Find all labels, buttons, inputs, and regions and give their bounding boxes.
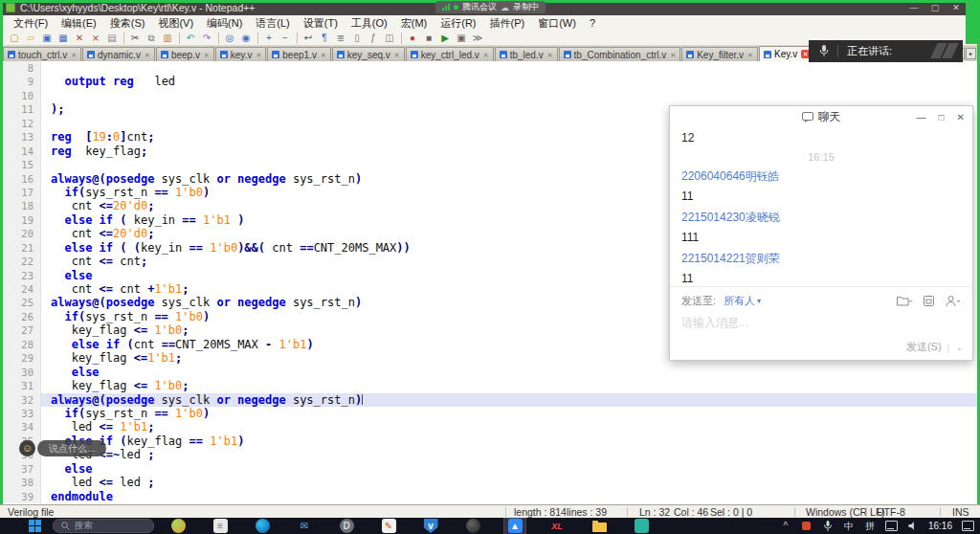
close-button[interactable]: ✕ [946, 0, 967, 15]
taskbar-app-document[interactable]: ≡ [210, 519, 231, 534]
chat-participants-icon[interactable] [946, 295, 961, 307]
toolbar-zoom-out-icon[interactable]: − [278, 32, 293, 45]
taskbar-app-wps[interactable]: ✎ [378, 519, 399, 534]
toolbar-open-file-icon[interactable]: ▱ [23, 32, 38, 45]
send-button[interactable]: 发送(S) | ⌄ [906, 340, 963, 354]
menu-item-0[interactable]: 文件(F) [7, 15, 55, 31]
toolbar-function-list-icon[interactable]: ƒ [366, 32, 381, 45]
tab-dynamic.v[interactable]: dynamic.v✕ [82, 47, 155, 61]
toolbar-close-all-icon[interactable]: ⨯ [88, 32, 103, 45]
close-tab-icon[interactable]: ✕ [670, 51, 676, 59]
close-tab-icon[interactable]: ✕ [204, 51, 210, 59]
taskbar-app-file-explorer[interactable] [589, 519, 610, 534]
chat-maximize-button[interactable]: □ [939, 112, 945, 122]
tray-ime-mode-icon[interactable]: 中 [843, 520, 855, 533]
chat-message-input[interactable]: 请输入消息... [670, 308, 972, 338]
taskbar-app-xunlei[interactable]: XL [546, 519, 568, 534]
taskbar-app-shield[interactable]: v [420, 519, 441, 534]
taskbar-app-dell[interactable]: D [336, 519, 357, 534]
tray-app-red-icon[interactable] [801, 520, 813, 533]
taskbar-app-tencent-meeting[interactable]: ▲ [504, 519, 525, 534]
toolbar-macro-record-icon[interactable]: ● [405, 32, 420, 45]
tab-beep1.v[interactable]: beep1.v✕ [267, 47, 330, 61]
minimize-button[interactable]: — [903, 0, 924, 15]
toolbar-indent-guide-icon[interactable]: ≣ [333, 32, 348, 45]
toolbar-save-icon[interactable]: ▣ [39, 32, 55, 45]
menu-item-10[interactable]: 插件(P) [483, 15, 532, 31]
send-to-selector[interactable]: 所有人 [724, 294, 755, 308]
toolbar-paste-icon[interactable]: ▥ [160, 32, 175, 45]
close-tab-icon[interactable]: ✕ [483, 51, 489, 59]
taskbar-app-mail[interactable]: ✉ [294, 519, 315, 534]
menu-item-2[interactable]: 搜索(S) [103, 15, 152, 31]
tray-microphone-icon[interactable] [822, 520, 834, 533]
tab-key.v[interactable]: key.v✕ [215, 47, 266, 61]
toolbar-cut-icon[interactable]: ✂ [127, 32, 143, 45]
code-line[interactable]: 36 led <=~led ; [3, 448, 980, 461]
menu-item-8[interactable]: 宏(M) [394, 15, 434, 31]
maximize-button[interactable]: ▢ [924, 0, 946, 15]
toolbar-macro-run-multi-icon[interactable]: ≫ [470, 32, 485, 45]
menu-item-7[interactable]: 工具(O) [345, 15, 394, 31]
toolbar-word-wrap-icon[interactable]: ↩ [301, 32, 316, 45]
toolbar-show-all-chars-icon[interactable]: ¶ [317, 32, 332, 45]
clock[interactable]: 16:16 [928, 521, 952, 531]
menu-item-5[interactable]: 语言(L) [249, 15, 296, 31]
code-line[interactable]: 30 else [3, 366, 980, 379]
taskbar-app-grid[interactable] [631, 519, 652, 534]
toolbar-undo-icon[interactable]: ↶ [183, 32, 198, 45]
start-button[interactable] [29, 520, 41, 532]
tab-key_seq.v[interactable]: key_seq.v✕ [332, 47, 405, 61]
notification-center-icon[interactable] [962, 520, 974, 533]
emoji-icon[interactable]: ☺ [19, 440, 35, 456]
toolbar-zoom-in-icon[interactable]: + [261, 32, 277, 45]
chat-screenshot-icon[interactable] [923, 295, 935, 307]
toolbar-new-file-icon[interactable]: ▢ [7, 32, 22, 45]
taskbar-app-edge-browser[interactable] [252, 519, 273, 534]
toolbar-monitor-icon[interactable]: ◫ [382, 32, 397, 45]
chat-message-list[interactable]: 1216:152206040646明钰皓112215014230凌晓锐11122… [670, 128, 972, 286]
tab-scroll-right[interactable]: ▸ [966, 48, 976, 59]
code-line[interactable]: 35 else if (key_flag == 1'b1) [3, 434, 980, 448]
code-line[interactable]: 31 key_flag <= 1'b0; [3, 379, 980, 392]
toolbar-doc-map-icon[interactable]: ▯ [349, 32, 365, 45]
tab-tb_led.v[interactable]: tb_led.v✕ [495, 47, 558, 61]
close-tab-icon[interactable]: ✕ [394, 51, 400, 59]
menu-item-12[interactable]: ? [583, 15, 602, 31]
toolbar-copy-icon[interactable]: ⧉ [144, 32, 159, 45]
tab-key_ctrl_led.v[interactable]: key_ctrl_led.v✕ [406, 47, 494, 61]
close-tab-icon[interactable]: ✕ [321, 51, 326, 59]
menu-item-4[interactable]: 编码(N) [200, 15, 249, 31]
taskbar-app-swirl[interactable] [167, 519, 189, 534]
tab-touch_ctrl.v[interactable]: touch_ctrl.v✕ [3, 47, 81, 61]
code-line[interactable]: 10 [3, 89, 980, 102]
toolbar-print-icon[interactable]: ▤ [104, 32, 120, 45]
toolbar-macro-save-icon[interactable]: ▣ [454, 32, 469, 45]
tab-Key.v[interactable]: Key.v✕ [759, 46, 814, 61]
toolbar-macro-play-icon[interactable]: ▶ [437, 32, 453, 45]
code-line[interactable]: 39endmodule [3, 490, 980, 503]
code-line[interactable]: 38 led <= led ; [3, 476, 980, 489]
taskbar-search[interactable]: 搜索 [53, 519, 154, 533]
chat-minimize-button[interactable]: — [917, 112, 926, 122]
tray-expand-icon[interactable]: ^ [780, 520, 791, 533]
close-tab-icon[interactable]: ✕ [256, 51, 261, 59]
toolbar-save-all-icon[interactable]: ▦ [56, 32, 71, 45]
tab-Key_filter.v[interactable]: Key_filter.v✕ [681, 47, 758, 61]
tab-beep.v[interactable]: beep.v✕ [156, 47, 214, 61]
code-line[interactable]: 8 [3, 61, 980, 75]
close-tab-icon[interactable]: ✕ [547, 51, 553, 59]
chat-close-button[interactable]: ✕ [957, 112, 965, 122]
code-line[interactable]: 32always@(posedge sys_clk or negedge sys… [3, 393, 980, 407]
menu-item-11[interactable]: 窗口(W) [531, 15, 583, 31]
toolbar-find-icon[interactable]: ◎ [222, 32, 237, 45]
menu-item-6[interactable]: 设置(T) [297, 15, 345, 31]
tray-keyboard-icon[interactable] [885, 520, 898, 533]
tab-tb_Combination_ctrl.v[interactable]: tb_Combination_ctrl.v✕ [559, 47, 681, 61]
code-line[interactable]: 9 output reg led [3, 75, 980, 88]
menu-item-9[interactable]: 运行(R) [434, 15, 482, 31]
code-line[interactable]: 37 else [3, 462, 980, 476]
toolbar-replace-icon[interactable]: ◉ [238, 32, 254, 45]
meeting-quick-chat-bubble[interactable]: ☺ 说点什么... [19, 439, 106, 456]
chevron-down-icon[interactable]: ⌄ [955, 343, 963, 352]
